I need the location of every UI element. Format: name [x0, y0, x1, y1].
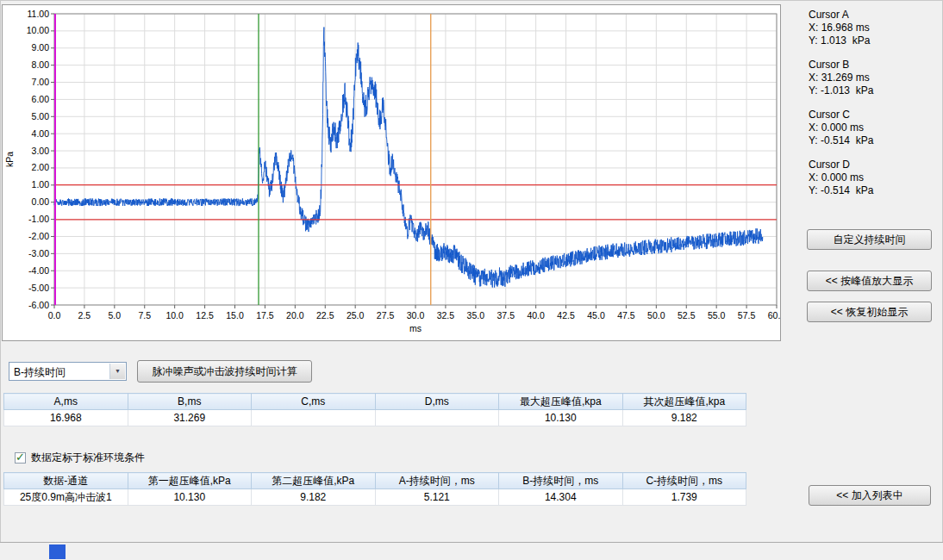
cell-a-ms: 16.968 [4, 410, 128, 426]
cursor-a-readout: Cursor A X: 16.968 ms Y: 1.013 kPa [809, 9, 938, 47]
add-to-list-button[interactable]: << 加入列表中 [809, 485, 931, 506]
cursor-b-x-value: X: 31.269 ms [809, 72, 938, 84]
column-header-channel[interactable]: 数据-通道 [4, 473, 128, 489]
x-tick-label: 42.5 [557, 310, 575, 320]
cell-b-duration: 14.304 [499, 489, 623, 506]
column-header-first-peak[interactable]: 第一超压峰值,kPa [128, 473, 252, 489]
x-tick-label: 2.5 [78, 310, 91, 320]
standard-condition-checkbox[interactable]: ✓ [15, 452, 26, 464]
x-tick-label: 55.0 [708, 310, 726, 320]
x-tick-label: 10.0 [165, 310, 184, 320]
cell-a-duration: 5.121 [375, 489, 499, 506]
column-header-c-ms[interactable]: C,ms [252, 394, 376, 410]
duration-type-value: B-持续时间 [14, 365, 66, 380]
x-tick-label: 37.5 [497, 310, 515, 320]
y-tick-label: -6.00 [28, 300, 49, 310]
cursor-a-title: Cursor A [809, 9, 938, 22]
y-tick-label: 11.00 [28, 9, 50, 19]
y-tick-label: 7.00 [32, 77, 50, 87]
y-tick-label: -4.00 [28, 265, 49, 276]
x-tick-label: 17.5 [256, 310, 274, 320]
column-header-c-duration[interactable]: C-持续时间，ms [622, 473, 746, 489]
cell-d-ms [375, 410, 499, 426]
calc-duration-button[interactable]: 脉冲噪声或冲击波持续时间计算 [137, 360, 312, 383]
zoom-to-peak-button[interactable]: << 按峰值放大显示 [807, 271, 932, 291]
x-tick-label: 7.5 [138, 310, 151, 320]
cursor-b-title: Cursor B [809, 59, 938, 72]
column-header-max-peak[interactable]: 最大超压峰值,kpa [499, 394, 623, 410]
reset-view-button[interactable]: << 恢复初始显示 [807, 302, 932, 322]
custom-duration-button[interactable]: 自定义持续时间 [807, 229, 932, 250]
cell-second-peak: 9.182 [622, 410, 746, 426]
y-tick-label: -5.00 [28, 283, 49, 293]
x-tick-label: 22.5 [316, 310, 334, 320]
y-tick-label: 1.00 [32, 179, 50, 190]
duration-type-select[interactable]: B-持续时间 ▼ [9, 362, 127, 381]
cursor-readout-panel: Cursor A X: 16.968 ms Y: 1.013 kPa Curso… [809, 9, 938, 208]
x-tick-label: 57.5 [738, 310, 756, 320]
y-tick-label: -2.00 [28, 231, 49, 241]
column-header-a-ms[interactable]: A,ms [4, 394, 128, 410]
column-header-second-peak[interactable]: 其次超压峰值,kpa [622, 394, 746, 410]
cursor-d-title: Cursor D [809, 159, 938, 171]
cursor-b-readout: Cursor B X: 31.269 ms Y: -1.013 kPa [809, 59, 938, 97]
cursor-a-x-value: X: 16.968 ms [809, 22, 938, 34]
column-header-a-duration[interactable]: A-持续时间，ms [375, 473, 499, 489]
y-tick-label: 4.00 [32, 128, 50, 139]
column-header-second-peak[interactable]: 第二超压峰值,kPa [252, 473, 376, 489]
x-tick-label: 15.0 [226, 310, 244, 320]
column-header-b-duration[interactable]: B-持续时间，ms [499, 473, 623, 489]
table-row: 16.968 31.269 10.130 9.182 [4, 410, 746, 426]
cursor-a-y-value: Y: 1.013 kPa [809, 34, 938, 47]
x-tick-label: 50.0 [647, 310, 665, 320]
x-tick-label: 32.5 [437, 310, 455, 320]
cursor-d-x-value: X: 0.000 ms [809, 171, 938, 184]
x-tick-label: 12.5 [196, 310, 214, 320]
x-tick-label: 27.5 [377, 310, 395, 320]
x-tick-label: 25.0 [347, 310, 365, 320]
cell-b-ms: 31.269 [128, 410, 252, 426]
column-header-d-ms[interactable]: D,ms [375, 394, 499, 410]
cell-c-duration: 1.739 [622, 489, 746, 506]
cell-channel: 25度0.9m高冲击波1 [4, 489, 128, 506]
x-tick-label: 0.0 [48, 310, 61, 320]
column-header-b-ms[interactable]: B,ms [128, 394, 252, 410]
y-tick-label: 8.00 [32, 59, 50, 70]
cursor-c-title: Cursor C [809, 109, 938, 121]
y-tick-label: -1.00 [28, 214, 49, 224]
y-tick-label: -3.00 [28, 248, 49, 258]
x-axis-title: ms [409, 323, 422, 333]
cursor-d-y-value: Y: -0.514 kPa [809, 184, 938, 197]
table-header-row: A,ms B,ms C,ms D,ms 最大超压峰值,kpa 其次超压峰值,kp… [4, 394, 746, 410]
y-tick-label: 0.00 [32, 196, 50, 207]
cursor-d-readout: Cursor D X: 0.000 ms Y: -0.514 kPa [809, 159, 938, 197]
chevron-down-icon[interactable]: ▼ [109, 364, 125, 379]
cursor-c-readout: Cursor C X: 0.000 ms Y: -0.514 kPa [809, 109, 938, 147]
cursor-b-y-value: Y: -1.013 kPa [809, 84, 938, 97]
x-tick-label: 45.0 [587, 310, 605, 320]
x-tick-label: 30.0 [407, 310, 425, 320]
cell-c-ms [252, 410, 376, 426]
y-tick-label: 5.00 [32, 111, 50, 121]
y-tick-label: 10.00 [27, 25, 49, 35]
taskbar-blue-icon[interactable] [49, 544, 66, 559]
y-tick-label: 9.00 [32, 42, 50, 53]
cursor-results-table: A,ms B,ms C,ms D,ms 最大超压峰值,kpa 其次超压峰值,kp… [3, 393, 746, 426]
channel-results-table: 数据-通道 第一超压峰值,kPa 第二超压峰值,kPa A-持续时间，ms B-… [3, 472, 746, 506]
cell-max-peak: 10.130 [499, 410, 623, 426]
table-row: 25度0.9m高冲击波1 10.130 9.182 5.121 14.304 1… [4, 489, 746, 506]
waveform-chart[interactable]: 11.0010.009.008.007.006.005.004.003.002.… [3, 5, 780, 340]
cell-first-peak: 10.130 [128, 489, 252, 506]
x-tick-label: 5.0 [109, 310, 122, 320]
standard-condition-checkbox-row: ✓ 数据定标于标准环境条件 [15, 451, 145, 464]
y-tick-label: 2.00 [32, 162, 50, 172]
x-tick-label: 60.0 [768, 310, 780, 320]
x-tick-label: 52.5 [678, 310, 696, 320]
cell-second-peak: 9.182 [252, 489, 376, 506]
x-tick-label: 35.0 [467, 310, 485, 320]
cursor-c-x-value: X: 0.000 ms [809, 121, 938, 134]
bottom-status-bar [0, 542, 943, 560]
standard-condition-label: 数据定标于标准环境条件 [31, 451, 145, 465]
x-tick-label: 47.5 [617, 310, 635, 320]
waveform-chart-panel[interactable]: 11.0010.009.008.007.006.005.004.003.002.… [2, 4, 781, 341]
